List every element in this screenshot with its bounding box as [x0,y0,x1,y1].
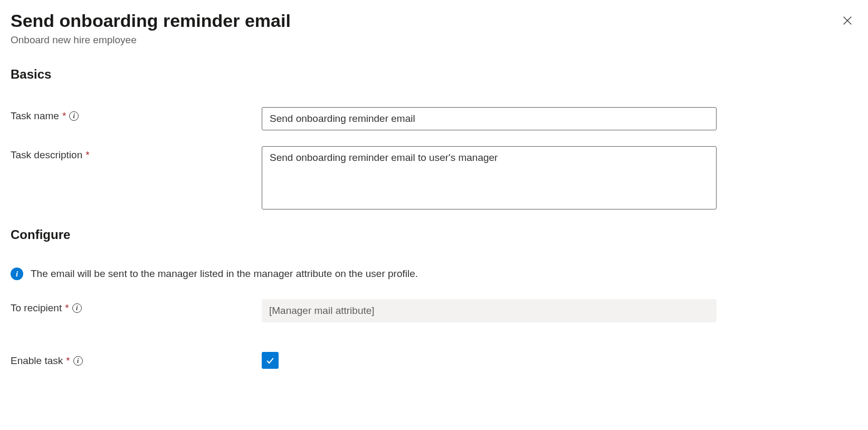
to-recipient-label-col: To recipient * i [11,299,262,314]
info-banner-text: The email will be sent to the manager li… [31,268,418,280]
enable-task-label: Enable task [11,355,63,367]
close-icon [842,15,853,26]
enable-task-row: Enable task * i [11,352,857,369]
task-name-label-col: Task name * i [11,107,262,122]
to-recipient-row: To recipient * i [11,299,857,322]
info-icon[interactable]: i [73,356,83,366]
required-indicator: * [65,302,69,314]
enable-task-input-col [262,352,717,369]
task-name-input-col [262,107,717,130]
required-indicator: * [66,355,70,367]
basics-heading: Basics [11,67,857,82]
to-recipient-input-col [262,299,717,322]
task-name-label: Task name [11,110,59,122]
task-description-row: Task description * [11,146,857,212]
task-description-input[interactable] [262,146,717,209]
page-title: Send onboarding reminder email [11,11,291,31]
page-header: Send onboarding reminder email Onboard n… [11,11,857,46]
header-left: Send onboarding reminder email Onboard n… [11,11,291,46]
configure-heading: Configure [11,227,857,242]
task-name-input[interactable] [262,107,717,130]
info-icon[interactable]: i [72,303,82,313]
page-subtitle: Onboard new hire employee [11,34,291,46]
enable-task-checkbox[interactable] [262,352,279,369]
checkmark-icon [265,355,275,366]
info-banner: i The email will be sent to the manager … [11,267,857,280]
task-description-label-col: Task description * [11,146,262,161]
info-icon[interactable]: i [69,111,79,121]
task-description-input-col [262,146,717,212]
info-banner-icon: i [11,267,23,280]
required-indicator: * [62,110,66,122]
enable-task-label-col: Enable task * i [11,352,262,367]
task-name-row: Task name * i [11,107,857,130]
required-indicator: * [85,149,89,161]
to-recipient-label: To recipient [11,302,62,314]
task-description-label: Task description [11,149,82,161]
to-recipient-input [262,299,717,322]
close-button[interactable] [837,11,857,33]
